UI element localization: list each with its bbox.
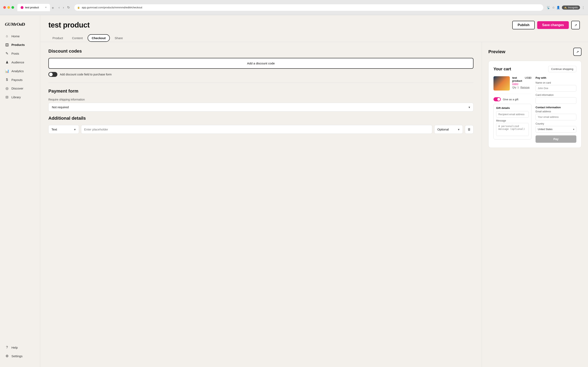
card-info-label: Card information — [536, 94, 576, 96]
cart-body: test product US$0 Daisy Qty: 1 Remove — [493, 76, 576, 143]
qty-remove-row: Qty: 1 Remove — [512, 86, 531, 89]
tab-product[interactable]: Product — [48, 34, 67, 42]
logo[interactable]: GUMrOaD — [0, 20, 40, 32]
library-icon: ⊟ — [5, 95, 9, 99]
remove-button[interactable]: Remove — [520, 86, 530, 89]
tab-product-label: Product — [52, 36, 63, 40]
name-on-card-input[interactable] — [536, 85, 576, 92]
home-icon: ⌂ — [5, 34, 9, 38]
contact-information-title: Contact information — [536, 106, 576, 109]
sidebar-item-settings[interactable]: ⚙ Settings — [0, 352, 40, 360]
preview-open-button[interactable]: ↗ — [573, 48, 581, 56]
type-select[interactable]: Text Dropdown Checkbox — [48, 125, 79, 134]
cast-icon[interactable]: 📡 — [546, 6, 550, 9]
gift-toggle[interactable] — [493, 97, 501, 101]
cart-preview: Your cart Continue shopping test product — [488, 61, 581, 148]
shipping-select[interactable]: Not required Required Optional — [48, 103, 474, 111]
additional-details-row: Text Dropdown Checkbox ▼ Optional Requir… — [48, 125, 474, 134]
sidebar-label-payouts: Payouts — [11, 78, 22, 82]
tab-content[interactable]: Content — [68, 34, 87, 42]
sidebar-label-posts: Posts — [11, 52, 19, 55]
save-changes-button[interactable]: Save changes — [537, 21, 569, 29]
refresh-button[interactable]: ↻ — [66, 5, 71, 10]
incognito-icon: 🕵 — [564, 6, 567, 9]
bookmark-icon[interactable]: ☆ — [552, 6, 555, 9]
maximize-window-btn[interactable] — [11, 6, 14, 9]
window-controls — [3, 6, 14, 9]
additional-title: Additional details — [48, 116, 474, 121]
back-button[interactable]: ‹ — [57, 5, 61, 10]
sidebar-nav: ⌂ Home ◫ Products ✎ Posts ♟ Audience 📊 A… — [0, 32, 40, 343]
placeholder-input[interactable] — [81, 125, 432, 134]
sidebar-item-products[interactable]: ◫ Products — [0, 40, 40, 49]
card-info-input[interactable] — [536, 97, 576, 104]
header-actions: Publish Save changes ↗ — [512, 21, 580, 29]
sidebar-label-help: Help — [11, 346, 18, 349]
profile-icon[interactable]: 👤 — [556, 6, 560, 9]
section-divider — [48, 83, 474, 83]
tab-close-icon[interactable]: ✕ — [45, 6, 47, 9]
products-icon: ◫ — [5, 43, 9, 47]
add-discount-code-button[interactable]: Add a discount code — [48, 58, 474, 69]
message-textarea[interactable] — [496, 123, 529, 136]
content-body: Discount codes Add a discount code Add d… — [40, 42, 588, 367]
url-text: app.gumroad.com/products/mmmmd/edit#chec… — [82, 6, 142, 9]
gift-details-title: Gift details — [496, 106, 529, 109]
active-browser-tab[interactable]: test product ✕ — [17, 4, 50, 11]
external-link-button[interactable]: ↗ — [571, 21, 580, 29]
country-select[interactable]: United States — [536, 126, 576, 133]
posts-icon: ✎ — [5, 51, 9, 56]
shipping-select-wrapper: Not required Required Optional ▼ — [48, 103, 474, 111]
new-tab-button[interactable]: + — [50, 5, 56, 11]
payment-section-title: Payment form — [48, 89, 474, 94]
forward-button[interactable]: › — [62, 5, 65, 10]
country-select-wrapper: United States ▼ — [536, 126, 576, 133]
help-icon: ? — [5, 345, 9, 350]
recipient-email-input[interactable] — [496, 111, 529, 118]
gift-details-box: Gift details Message — [493, 104, 531, 140]
sidebar-item-posts[interactable]: ✎ Posts — [0, 49, 40, 58]
tab-share[interactable]: Share — [111, 34, 127, 42]
cart-left: test product US$0 Daisy Qty: 1 Remove — [493, 76, 531, 143]
lock-icon: 🔒 — [77, 6, 80, 9]
sidebar-item-help[interactable]: ? Help — [0, 343, 40, 352]
menu-icon[interactable]: ⋮ — [582, 6, 585, 9]
address-bar[interactable]: 🔒 app.gumroad.com/products/mmmmd/edit#ch… — [74, 4, 543, 11]
settings-icon: ⚙ — [5, 354, 9, 358]
sidebar-label-discover: Discover — [11, 87, 23, 90]
sidebar-item-home[interactable]: ⌂ Home — [0, 32, 40, 40]
sidebar-item-analytics[interactable]: 📊 Analytics — [0, 67, 40, 75]
page-tabs: Product Content Checkout Share — [48, 34, 580, 42]
main-content: test product Publish Save changes ↗ Prod… — [40, 15, 588, 367]
close-window-btn[interactable] — [3, 6, 6, 9]
audience-icon: ♟ — [5, 60, 9, 64]
publish-button[interactable]: Publish — [512, 21, 535, 29]
sidebar-item-payouts[interactable]: $ Payouts — [0, 75, 40, 84]
product-link[interactable]: Daisy — [512, 82, 531, 85]
shipping-label: Require shipping information — [48, 98, 474, 101]
message-label: Message — [496, 119, 529, 122]
type-select-wrapper: Text Dropdown Checkbox ▼ — [48, 125, 79, 134]
delete-field-button[interactable]: 🗑 — [465, 125, 474, 134]
email-input[interactable] — [536, 114, 576, 120]
sidebar-item-library[interactable]: ⊟ Library — [0, 93, 40, 101]
optional-select-wrapper: Optional Required ▼ — [434, 125, 463, 134]
optional-select[interactable]: Optional Required — [434, 125, 463, 134]
sidebar-item-discover[interactable]: ◎ Discover — [0, 84, 40, 93]
sidebar-item-audience[interactable]: ♟ Audience — [0, 58, 40, 67]
browser-icons: 📡 ☆ 👤 🕵 Incognito ⋮ — [546, 6, 585, 9]
discount-toggle[interactable] — [48, 72, 57, 77]
country-label: Country — [536, 122, 576, 125]
pay-button[interactable]: Pay — [536, 135, 576, 143]
app-layout: GUMrOaD ⌂ Home ◫ Products ✎ Posts ♟ Audi… — [0, 15, 588, 367]
name-on-card-label: Name on card — [536, 81, 576, 84]
page-header: test product Publish Save changes ↗ Prod… — [40, 15, 588, 42]
discount-toggle-row: Add discount code field to purchase form — [48, 72, 474, 77]
tab-checkout[interactable]: Checkout — [87, 34, 110, 42]
continue-shopping-button[interactable]: Continue shopping — [548, 66, 576, 72]
minimize-window-btn[interactable] — [7, 6, 10, 9]
email-label: Email address — [536, 110, 576, 113]
trash-icon: 🗑 — [467, 128, 471, 131]
cart-title: Your cart — [493, 67, 511, 71]
product-price: US$0 — [525, 76, 531, 82]
